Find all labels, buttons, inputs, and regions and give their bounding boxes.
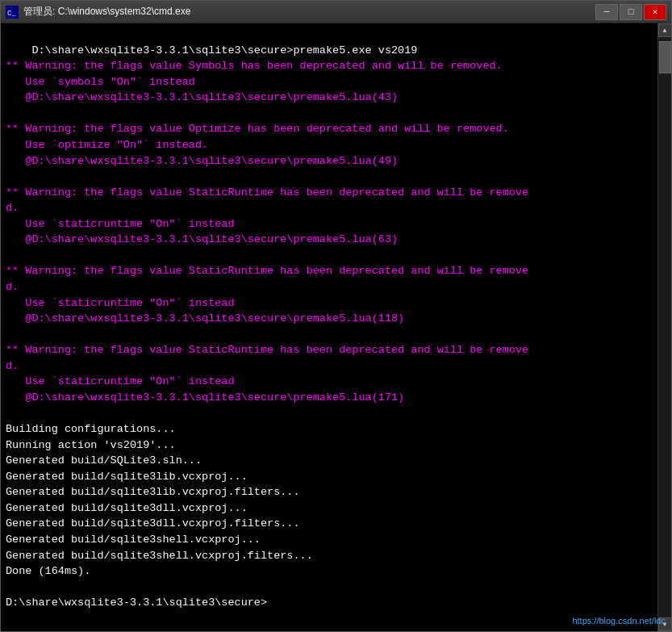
terminal-line: @D:\share\wxsqlite3-3.3.1\sqlite3\secure… — [6, 312, 404, 324]
terminal-line: Use `symbols "On"` instead — [6, 76, 195, 88]
terminal-line: @D:\share\wxsqlite3-3.3.1\sqlite3\secure… — [6, 233, 398, 245]
terminal-line: @D:\share\wxsqlite3-3.3.1\sqlite3\secure… — [6, 91, 398, 103]
terminal-line: Generated build/sqlite3lib.vcxproj.filte… — [6, 486, 300, 498]
terminal-output[interactable]: D:\share\wxsqlite3-3.3.1\sqlite3\secure>… — [1, 23, 657, 631]
scroll-down-arrow[interactable]: ▼ — [658, 617, 672, 631]
terminal-line: D:\share\wxsqlite3-3.3.1\sqlite3\secure>… — [31, 44, 417, 57]
terminal-line: Done (164ms). — [6, 565, 90, 577]
terminal-line: ** Warning: the flags value Symbols has … — [6, 60, 503, 72]
terminal-line: Generated build/sqlite3lib.vcxproj... — [6, 471, 248, 483]
terminal-line: Use `optimize "On"` instead. — [6, 139, 208, 151]
terminal-line: D:\share\wxsqlite3-3.3.1\sqlite3\secure> — [6, 596, 267, 609]
scrollbar: ▲ ▼ — [657, 23, 671, 631]
terminal-line: Generated build/sqlite3shell.vcxproj... — [6, 534, 261, 546]
terminal-line: ** Warning: the flags value StaticRuntim… — [6, 344, 528, 356]
terminal-line: d. — [6, 202, 19, 214]
maximize-button[interactable]: □ — [620, 4, 642, 20]
scroll-up-arrow[interactable]: ▲ — [658, 23, 672, 37]
terminal-line: ** Warning: the flags value StaticRuntim… — [6, 186, 528, 199]
terminal-line: Generated build/sqlite3dll.vcxproj... — [6, 502, 248, 514]
minimize-button[interactable]: ─ — [595, 4, 618, 20]
terminal-container: D:\share\wxsqlite3-3.3.1\sqlite3\secure>… — [1, 23, 671, 631]
scroll-track[interactable] — [658, 37, 671, 617]
terminal-line: Use `staticruntime "On"` instead — [6, 375, 235, 387]
window-controls: ─ □ ✕ — [595, 4, 666, 20]
terminal-line: Use `staticruntime "On"` instead — [6, 218, 235, 230]
terminal-line: @D:\share\wxsqlite3-3.3.1\sqlite3\secure… — [6, 155, 398, 167]
terminal-line: @D:\share\wxsqlite3-3.3.1\sqlite3\secure… — [6, 391, 404, 404]
scroll-thumb[interactable] — [659, 41, 671, 73]
terminal-line: ** Warning: the flags value StaticRuntim… — [6, 265, 528, 277]
cmd-window: C_ 管理员: C:\windows\system32\cmd.exe ─ □ … — [0, 0, 672, 632]
terminal-line: Running action 'vs2019'... — [6, 439, 176, 451]
terminal-line: Generated build/sqlite3shell.vcxproj.fil… — [6, 550, 313, 562]
terminal-line: ** Warning: the flags value Optimize has… — [6, 123, 509, 135]
terminal-line: d. — [6, 360, 19, 372]
svg-text:C_: C_ — [7, 10, 16, 18]
terminal-line: d. — [6, 281, 19, 293]
titlebar: C_ 管理员: C:\windows\system32\cmd.exe ─ □ … — [1, 1, 671, 23]
cmd-icon: C_ — [6, 6, 19, 19]
close-button[interactable]: ✕ — [644, 4, 666, 20]
terminal-line: Use `staticruntime "On"` instead — [6, 297, 235, 309]
window-title: 管理员: C:\windows\system32\cmd.exe — [23, 5, 595, 19]
terminal-line: Generated build/SQLite3.sln... — [6, 454, 202, 467]
terminal-line: Generated build/sqlite3dll.vcxproj.filte… — [6, 517, 300, 529]
terminal-line: Building configurations... — [6, 423, 176, 435]
